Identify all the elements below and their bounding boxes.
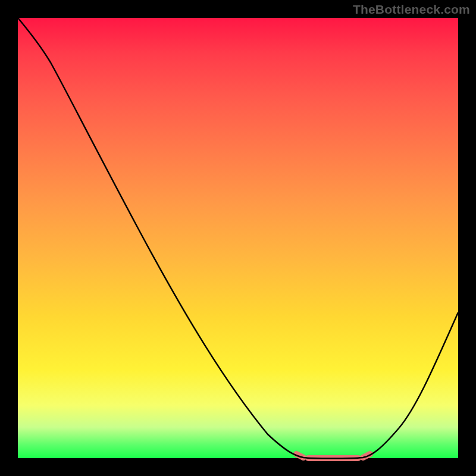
bottleneck-curve bbox=[18, 18, 458, 459]
watermark-text: TheBottleneck.com bbox=[353, 2, 470, 17]
chart-plot-area bbox=[18, 18, 458, 458]
chart-svg bbox=[18, 18, 458, 458]
